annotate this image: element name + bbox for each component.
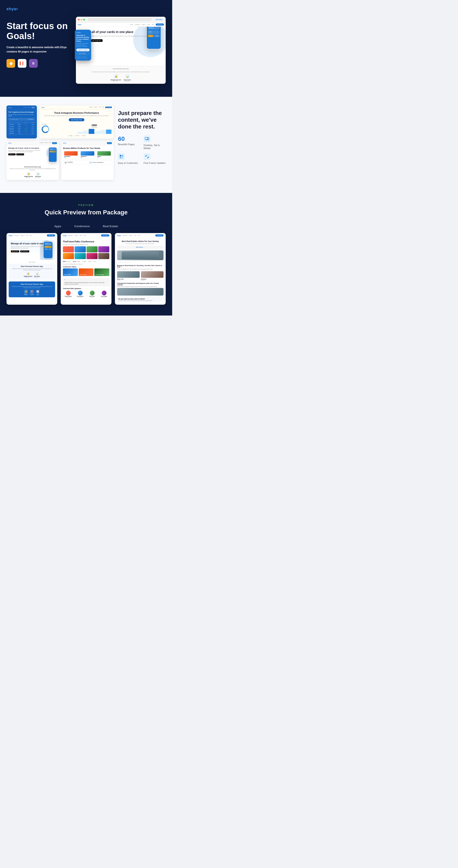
nav-get-it-btn[interactable]: Get It Now bbox=[156, 24, 164, 26]
re-nav-get-btn[interactable]: Get It Now bbox=[155, 235, 164, 237]
hero-section: ehya• Start focus on Goals! Create a bea… bbox=[0, 0, 172, 97]
crypto-search[interactable]: 🔍 Search pairs... Get Started bbox=[8, 118, 35, 121]
github-btn[interactable]: ◉ View on Github bbox=[76, 49, 90, 51]
features-headline: Just prepare the content, we've done the… bbox=[118, 110, 166, 130]
conf-speaker-img-1 bbox=[63, 246, 74, 252]
finance-preview-card: ehya• Landings Pages ▾ Help Get It Manag… bbox=[6, 141, 59, 180]
af-link-2[interactable]: Learn more → bbox=[34, 277, 40, 278]
conf-nav-docs[interactable]: Docs bbox=[80, 235, 83, 236]
fc-google-btn[interactable]: ▶ Google Play bbox=[16, 153, 24, 155]
preview-row-2: ehya• Landings Pages ▾ Help Get It Manag… bbox=[6, 141, 113, 180]
re-preview-body: Best Real Estate Advice for Your Homey D… bbox=[115, 238, 166, 305]
abf-1: 💰 Budgets that work bbox=[24, 290, 28, 296]
stat-number-60: 60 bbox=[118, 135, 140, 142]
crypto-nav-link[interactable]: Landings bbox=[24, 107, 27, 108]
conf-speaker-img-4 bbox=[98, 246, 109, 252]
nav-link-help[interactable]: Help bbox=[152, 24, 154, 25]
re-search-bar[interactable]: Best Homey → bbox=[117, 246, 164, 249]
browse-get-btn[interactable]: Get It bbox=[107, 142, 112, 144]
docs-btn[interactable]: Documentation → bbox=[76, 52, 90, 55]
get-it-btn[interactable]: Get It Now bbox=[154, 19, 164, 21]
hero-left: Start focus on Goals! Create a beautiful… bbox=[6, 17, 71, 68]
insta-nav-pages[interactable]: Pages ▾ bbox=[94, 106, 98, 108]
apps-nav-get-btn[interactable]: Get It Now bbox=[47, 235, 55, 237]
figma-icon: ▍▍ bbox=[18, 59, 27, 68]
apps-nav-help[interactable]: Help bbox=[30, 235, 32, 236]
conf-speaker-2: Jose Mendoza Speaker bbox=[75, 290, 86, 298]
stat-label-updates: Free Future Updates bbox=[143, 161, 166, 164]
af-link-1[interactable]: Learn more → bbox=[24, 277, 32, 278]
svg-rect-5 bbox=[120, 157, 121, 158]
conf-speaker-img-5 bbox=[63, 253, 74, 259]
apps-nav-pages[interactable]: Pages ▾ bbox=[21, 235, 25, 236]
insta-cta-btn[interactable]: Get 14 Days Trial bbox=[69, 118, 84, 121]
hero-description: Create a beautiful & awesome website wit… bbox=[6, 45, 71, 54]
conf-speaker-img-3 bbox=[87, 246, 98, 252]
apps-section-2: New Personal Finance App Landy lets you … bbox=[9, 264, 55, 280]
get-started-btn[interactable]: Get Started bbox=[27, 119, 34, 120]
re-nav-links: Landings ▾ Pages ▾ Docs Help bbox=[122, 235, 140, 236]
fn-landings[interactable]: Landings bbox=[40, 142, 43, 144]
crypto-nav-link2[interactable]: Pages bbox=[28, 107, 30, 108]
crypto-row-5: ADA/USD1.24-0.5%Trade bbox=[8, 132, 35, 134]
ecommerce-label: Ecommerce, Monthly Deal bbox=[93, 162, 103, 163]
google-play-btn[interactable]: ▶Google Play bbox=[91, 39, 103, 42]
fn-help[interactable]: Help bbox=[49, 142, 51, 144]
conf-stats-row: $10K Revenue $17.5 Budget Google Slack U… bbox=[63, 261, 109, 262]
insta-nav-docs[interactable]: Docs bbox=[99, 106, 101, 108]
crypto-get-btn[interactable]: Get It bbox=[31, 107, 35, 108]
browse-preview-card: ehya• Get It Browse Million Products for… bbox=[61, 141, 113, 180]
insta-nav-help[interactable]: Help bbox=[102, 106, 104, 108]
apps-nav-landings[interactable]: Landings ▾ bbox=[14, 235, 19, 236]
apps-section2-sub: Landy lets you take control of your mone… bbox=[10, 268, 53, 271]
crypto-header: PairPrice24hTrade bbox=[8, 122, 35, 124]
fn-get-btn[interactable]: Get It bbox=[52, 142, 57, 144]
features-top: ehya• Landings Pages Get It The Cryptocu… bbox=[6, 105, 166, 180]
conf-nav-help[interactable]: Help bbox=[84, 235, 86, 236]
conf-site-nav: ehya• Landings ▾ Pages ▾ Docs Help Get I… bbox=[61, 233, 111, 238]
browser-dot-red bbox=[78, 19, 79, 21]
re-nav-docs[interactable]: Docs bbox=[134, 235, 137, 236]
preview-cards-row: ehya• Landings ▾ Pages ▾ Docs Help Get I… bbox=[6, 233, 166, 305]
insta-post-type: Post Type bbox=[42, 123, 76, 134]
preview-row-1: ehya• Landings Pages Get It The Cryptocu… bbox=[6, 105, 113, 138]
conf-nav-pages[interactable]: Pages ▾ bbox=[75, 235, 79, 236]
insta-title: Track Instagram Business Performance bbox=[42, 112, 111, 114]
nav-link-pages[interactable]: Pages ▾ bbox=[142, 24, 146, 25]
re-expertise-title: Transparent Commission and Payment under… bbox=[117, 282, 164, 286]
finance-nav: ehya• Landings Pages ▾ Help Get It bbox=[6, 141, 59, 145]
feature-control: 📊 Total control Learn more → bbox=[124, 74, 131, 82]
fc-appstore-btn[interactable]: 🍎 App Store bbox=[8, 153, 15, 155]
nav-link-home[interactable]: Home bbox=[130, 24, 133, 25]
conf-nav-get-btn[interactable]: Get It Now bbox=[101, 235, 109, 237]
conf-speaker-img-2 bbox=[75, 246, 86, 252]
re-building-shape bbox=[122, 251, 159, 259]
nav-link-landings[interactable]: Landings ▾ bbox=[135, 24, 140, 25]
apps-gplay-btn[interactable]: ▶ Google Play bbox=[20, 250, 29, 252]
insta-get-it-btn[interactable]: Get It Now bbox=[105, 106, 112, 108]
preview-nav-logo: ehya• bbox=[78, 24, 81, 25]
finance-phone-area: $8,654 $2,865 bbox=[46, 147, 57, 164]
conf-speaker-role-4: Speaker bbox=[99, 297, 109, 298]
re-site-nav: ehya• Landings ▾ Pages ▾ Docs Help Get I… bbox=[115, 233, 166, 238]
finance-features: 💰 Budgets that work Learn more → 📊 Total… bbox=[8, 172, 57, 178]
re-nav-landings[interactable]: Landings ▾ bbox=[122, 235, 128, 236]
apps-preview-card: ehya• Landings ▾ Pages ▾ Docs Help Get I… bbox=[6, 233, 57, 305]
insta-nav-landings[interactable]: Landings bbox=[89, 106, 93, 108]
re-nav-pages[interactable]: Pages ▾ bbox=[129, 235, 133, 236]
fn-pages[interactable]: Pages ▾ bbox=[45, 142, 48, 144]
apps-appstore-btn[interactable]: 🍎 App Store bbox=[11, 250, 19, 252]
conference-preview-card: ehya• Landings ▾ Pages ▾ Docs Help Get I… bbox=[61, 233, 111, 305]
conf-nav-landings[interactable]: Landings ▾ bbox=[68, 235, 73, 236]
nav-link-docs[interactable]: Docs bbox=[148, 24, 150, 25]
finance-text: Manage all of your cards in one place Eh… bbox=[8, 147, 45, 164]
apps-nav-docs[interactable]: Docs bbox=[26, 235, 28, 236]
bc-product-img-2 bbox=[81, 151, 94, 156]
conf-stat-slack: Slack bbox=[88, 261, 91, 262]
ff-learn2[interactable]: Learn more → bbox=[35, 177, 41, 178]
ff-learn1[interactable]: Learn more → bbox=[24, 177, 33, 178]
finance-hero: Manage all of your cards in one place Eh… bbox=[8, 147, 57, 164]
re-nav-help[interactable]: Help bbox=[138, 235, 140, 236]
crypto-logo: ehya• bbox=[8, 107, 12, 108]
browse-nav: ehya• Get It bbox=[61, 141, 113, 145]
